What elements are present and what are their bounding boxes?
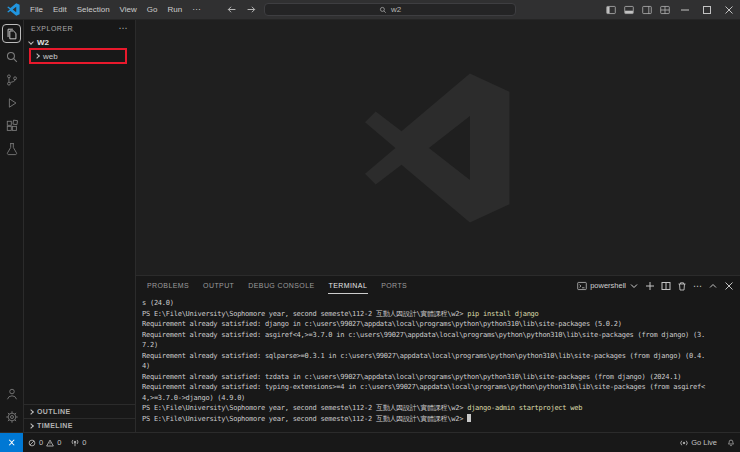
terminal-line: Requirement already satisfied: asgiref<4…	[142, 330, 736, 341]
panel-tab-debug-console[interactable]: DEBUG CONSOLE	[241, 276, 321, 295]
menu-edit[interactable]: Edit	[48, 3, 72, 16]
shell-picker[interactable]: powershell	[577, 281, 639, 291]
maximize-icon[interactable]	[696, 0, 718, 19]
terminal-text: Requirement already satisfied: sqlparse>…	[142, 352, 705, 360]
menu-file[interactable]: File	[25, 3, 48, 16]
run-debug-activity-button[interactable]	[2, 93, 21, 112]
explorer-sidebar: EXPLORER ⋯ W2 web OUTLINETIMELINE	[24, 20, 136, 432]
terminal-text: Requirement already satisfied: django in…	[142, 320, 622, 328]
section-label: TIMELINE	[37, 422, 73, 429]
extensions-activity-button[interactable]	[2, 116, 21, 135]
terminal-line: Requirement already satisfied: django in…	[142, 319, 736, 330]
extensions-icon	[5, 119, 19, 133]
vscode-window: FileEditSelectionViewGoRun⋯ w2	[0, 0, 740, 452]
error-count: 0	[39, 438, 43, 447]
terminal-text: 4)	[142, 362, 150, 370]
settings-button[interactable]	[2, 407, 21, 426]
explorer-activity-button[interactable]	[2, 24, 21, 43]
terminal-text: s (24.0)	[142, 299, 174, 307]
panel-actions: powershell ⋯	[577, 281, 734, 291]
close-panel-icon[interactable]	[724, 281, 734, 291]
panel-tab-problems[interactable]: PROBLEMS	[140, 276, 196, 295]
sidebar-spacer	[24, 63, 135, 404]
chevron-up-icon[interactable]	[708, 281, 718, 291]
chevron-right-icon	[28, 423, 34, 429]
terminal-line: PS E:\File\University\Sophomore year, se…	[142, 403, 736, 414]
notifications-button[interactable]	[722, 433, 740, 452]
problems-status[interactable]: 0 0	[23, 433, 66, 452]
ports-status[interactable]: 0	[66, 433, 91, 452]
tree-item-label: web	[43, 52, 58, 61]
section-label: OUTLINE	[37, 408, 71, 415]
workspace-root-row[interactable]: W2	[24, 36, 135, 49]
editor-area[interactable]	[136, 20, 740, 275]
testing-activity-button[interactable]	[2, 139, 21, 158]
search-value: w2	[391, 5, 401, 14]
editor-group: PROBLEMSOUTPUTDEBUG CONSOLETERMINALPORTS…	[136, 20, 740, 432]
activity-bar-bottom	[2, 384, 21, 430]
vscode-watermark-logo	[362, 72, 514, 224]
go-live-icon	[680, 439, 688, 447]
search-activity-button[interactable]	[2, 47, 21, 66]
terminal-command-text: pip install django	[467, 310, 538, 318]
close-icon[interactable]	[718, 0, 740, 19]
source-control-activity-button[interactable]	[2, 70, 21, 89]
go-live-button[interactable]: Go Live	[675, 433, 722, 452]
sidebar-title: EXPLORER	[31, 25, 73, 32]
terminal-text: Requirement already satisfied: typing-ex…	[142, 383, 705, 391]
account-button[interactable]	[2, 384, 21, 403]
terminal-text: Requirement already satisfied: asgiref<4…	[142, 331, 705, 339]
search-icon	[5, 50, 19, 64]
forward-arrow-icon[interactable]	[244, 3, 258, 17]
titlebar-controls	[602, 0, 740, 19]
more-actions-icon[interactable]: ⋯	[119, 25, 129, 31]
terminal-line: 4)	[142, 361, 736, 372]
go-live-label: Go Live	[691, 438, 717, 447]
sidebar-header: EXPLORER ⋯	[24, 20, 135, 36]
titlebar: FileEditSelectionViewGoRun⋯ w2	[0, 0, 740, 20]
menu-view[interactable]: View	[115, 3, 142, 16]
minimize-icon[interactable]	[674, 0, 696, 19]
bell-icon	[727, 439, 735, 447]
more-actions-icon[interactable]: ⋯	[693, 282, 702, 290]
menu-selection[interactable]: Selection	[72, 3, 115, 16]
menu-overflow[interactable]: ⋯	[187, 3, 205, 16]
split-terminal-icon[interactable]	[661, 281, 671, 291]
menubar: FileEditSelectionViewGoRun⋯	[25, 3, 205, 16]
statusbar-right: Go Live	[675, 433, 740, 452]
files-icon	[5, 27, 19, 41]
testing-icon	[5, 142, 19, 156]
run-debug-icon	[5, 96, 19, 110]
terminal-output[interactable]: s (24.0)PS E:\File\University\Sophomore …	[136, 295, 740, 432]
trash-icon[interactable]	[677, 281, 687, 291]
remote-icon	[6, 437, 17, 448]
terminal-command-text: django-admin startproject web	[467, 404, 582, 412]
terminal-line: Requirement already satisfied: typing-ex…	[142, 382, 736, 393]
back-arrow-icon[interactable]	[224, 3, 238, 17]
terminal-shell-icon	[577, 281, 587, 291]
sidebar-section-outline[interactable]: OUTLINE	[24, 404, 135, 418]
panel-tab-ports[interactable]: PORTS	[374, 276, 414, 295]
sidebar-section-timeline[interactable]: TIMELINE	[24, 418, 135, 432]
layout-sidebar-icon[interactable]	[602, 0, 620, 19]
titlebar-search[interactable]: w2	[264, 3, 516, 16]
account-icon	[5, 387, 19, 401]
layout-panel-icon[interactable]	[620, 0, 638, 19]
menu-go[interactable]: Go	[142, 3, 163, 16]
workspace-root-label: W2	[37, 38, 49, 47]
source-control-icon	[5, 73, 19, 87]
new-terminal-icon[interactable]	[645, 281, 655, 291]
terminal-line: PS E:\File\University\Sophomore year, se…	[142, 414, 736, 425]
panel-tab-terminal[interactable]: TERMINAL	[322, 276, 375, 295]
ports-count: 0	[82, 438, 86, 447]
terminal-text: 7.2)	[142, 341, 158, 349]
tree-item-web[interactable]: web	[24, 49, 135, 63]
menu-run[interactable]: Run	[162, 3, 187, 16]
terminal-text: PS E:\File\University\Sophomore year, se…	[142, 415, 467, 423]
terminal-text: 4,>=3.7.0->django) (4.9.0)	[142, 394, 245, 402]
layout-sidebar-right-icon[interactable]	[638, 0, 656, 19]
customize-layout-icon[interactable]	[656, 0, 674, 19]
panel-tab-output[interactable]: OUTPUT	[196, 276, 241, 295]
broadcast-icon	[71, 439, 79, 447]
remote-indicator[interactable]	[0, 433, 23, 452]
